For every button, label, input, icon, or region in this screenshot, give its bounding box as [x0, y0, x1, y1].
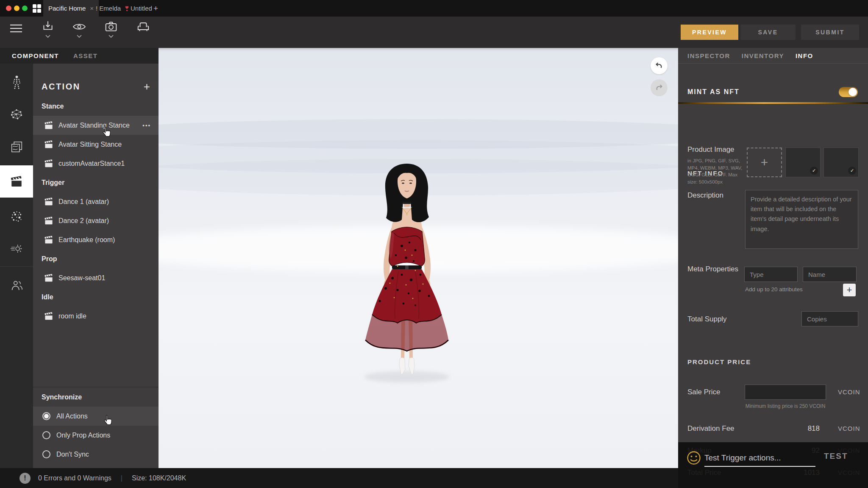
apps-grid-icon[interactable]: [33, 4, 41, 13]
gold-divider: [678, 102, 868, 104]
action-item[interactable]: Seesaw-seat01: [33, 268, 159, 287]
action-item-label: Seesaw-seat01: [58, 274, 105, 282]
sync-option-label: All Actions: [56, 413, 88, 420]
synchronize-section: Synchronize All ActionsOnly Prop Actions…: [33, 387, 159, 468]
description-label: Description: [687, 191, 723, 200]
minimize-window-button[interactable]: [14, 6, 19, 11]
rail-actions-clapperboard[interactable]: [0, 165, 33, 198]
upload-image-button[interactable]: +: [747, 148, 782, 177]
total-supply-input[interactable]: [801, 311, 858, 326]
rail-avatar-skeleton[interactable]: [0, 69, 33, 96]
divider: |: [121, 474, 122, 482]
action-item[interactable]: room idle: [33, 307, 159, 326]
action-item-label: Avatar Sitting Stance: [58, 141, 122, 148]
smiley-icon: [686, 450, 701, 466]
test-trigger-bar: TEST: [678, 442, 868, 488]
clapperboard-icon: [44, 273, 53, 282]
clapperboard-icon: [44, 140, 53, 149]
sync-option[interactable]: Only Prop Actions: [33, 426, 159, 445]
warning-icon[interactable]: !: [19, 473, 31, 484]
tab-inspector[interactable]: INSPECTOR: [687, 52, 730, 59]
tab-info[interactable]: INFO: [796, 52, 813, 59]
min-price-note: Minimum listing price is 250 VCOIN: [745, 403, 826, 409]
avatar[interactable]: [352, 161, 462, 382]
action-item[interactable]: Dance 2 (avatar): [33, 211, 159, 230]
rail-lighting[interactable]: [0, 235, 33, 262]
rail-mesh[interactable]: [0, 101, 33, 128]
preview-button[interactable]: PREVIEW: [681, 25, 738, 40]
test-button[interactable]: TEST: [824, 452, 848, 461]
right-panel-tabs: INSPECTOR INVENTORY INFO: [678, 48, 868, 64]
more-options-button[interactable]: •••: [142, 122, 151, 128]
rail-textures[interactable]: [0, 133, 33, 160]
redo-icon: [654, 83, 664, 92]
radio-button[interactable]: [42, 450, 50, 458]
rail-particles[interactable]: [0, 203, 33, 230]
action-item[interactable]: Dance 1 (avatar): [33, 192, 159, 211]
add-attribute-button[interactable]: +: [843, 284, 856, 296]
tab-component[interactable]: COMPONENT: [12, 52, 59, 59]
camera-icon: [104, 20, 118, 33]
add-action-button[interactable]: +: [144, 82, 150, 91]
rail-divider: [0, 266, 33, 267]
close-window-button[interactable]: [6, 6, 11, 11]
furniture-mode-button[interactable]: [134, 20, 153, 45]
viewport[interactable]: [159, 48, 678, 468]
clapperboard-icon: [44, 121, 53, 130]
product-price-title: PRODUCT PRICE: [687, 358, 751, 365]
section-label: Trigger: [33, 173, 159, 192]
action-item-label: customAvatarStance1: [58, 160, 125, 167]
tab-label: Untitled: [131, 5, 152, 12]
save-button[interactable]: SAVE: [740, 25, 796, 40]
tab-label: ! Emelda: [96, 5, 121, 12]
rail-people[interactable]: [0, 272, 33, 299]
check-icon: ✓: [848, 167, 856, 175]
tab-inventory[interactable]: INVENTORY: [742, 52, 784, 59]
action-item[interactable]: Avatar Standing Stance•••: [33, 116, 159, 135]
meta-name-input[interactable]: [803, 267, 857, 282]
image-slot[interactable]: ✓: [823, 148, 859, 177]
section-label: Stance: [33, 97, 159, 116]
left-panel-tabs: COMPONENT ASSET: [0, 48, 159, 64]
view-mode-button[interactable]: [70, 20, 89, 45]
radio-button[interactable]: [42, 412, 50, 420]
new-tab-button[interactable]: +: [153, 0, 158, 17]
radio-button[interactable]: [42, 431, 50, 439]
sale-price-label: Sale Price: [687, 388, 720, 396]
mint-toggle[interactable]: [839, 87, 858, 97]
textures-icon: [11, 141, 23, 153]
main-menu-button[interactable]: [7, 23, 25, 48]
action-item-label: room idle: [58, 312, 86, 320]
action-item[interactable]: Avatar Sitting Stance: [33, 135, 159, 154]
derivation-fee-label: Derivation Fee: [687, 424, 734, 433]
test-trigger-input[interactable]: [704, 450, 815, 467]
eye-icon: [72, 20, 86, 33]
zoom-window-button[interactable]: [22, 6, 28, 11]
tab-asset[interactable]: ASSET: [73, 52, 98, 59]
product-image-label: Product Image: [687, 145, 734, 154]
sync-option[interactable]: Don't Sync: [33, 445, 159, 464]
clapperboard-icon: [44, 216, 53, 225]
tab-untitled[interactable]: Untitled: [125, 0, 157, 17]
redo-button[interactable]: [651, 79, 668, 96]
action-item-label: Earthquake (room): [58, 236, 115, 244]
undo-button[interactable]: [651, 57, 668, 74]
tab-label: Pacific Home: [48, 5, 86, 12]
meta-type-input[interactable]: [744, 267, 798, 282]
size-text: Size: 108K/2048K: [132, 474, 186, 482]
sync-option[interactable]: All Actions: [33, 407, 159, 426]
description-textarea[interactable]: [745, 190, 858, 249]
screenshot-button[interactable]: [102, 20, 120, 45]
toolbar: PREVIEW SAVE SUBMIT: [0, 17, 868, 48]
import-button[interactable]: [39, 20, 57, 45]
image-slot[interactable]: ✓: [785, 148, 821, 177]
action-item[interactable]: customAvatarStance1: [33, 154, 159, 173]
errors-warnings-text: 0 Errors and 0 Warnings: [38, 474, 111, 482]
clapperboard-icon: [44, 312, 53, 321]
synchronize-label: Synchronize: [33, 388, 159, 407]
sale-price-input[interactable]: [745, 385, 826, 400]
action-panel-title: ACTION: [42, 82, 81, 92]
submit-button[interactable]: SUBMIT: [801, 25, 859, 40]
derivation-fee-value: 818: [794, 424, 820, 433]
action-item[interactable]: Earthquake (room): [33, 230, 159, 249]
